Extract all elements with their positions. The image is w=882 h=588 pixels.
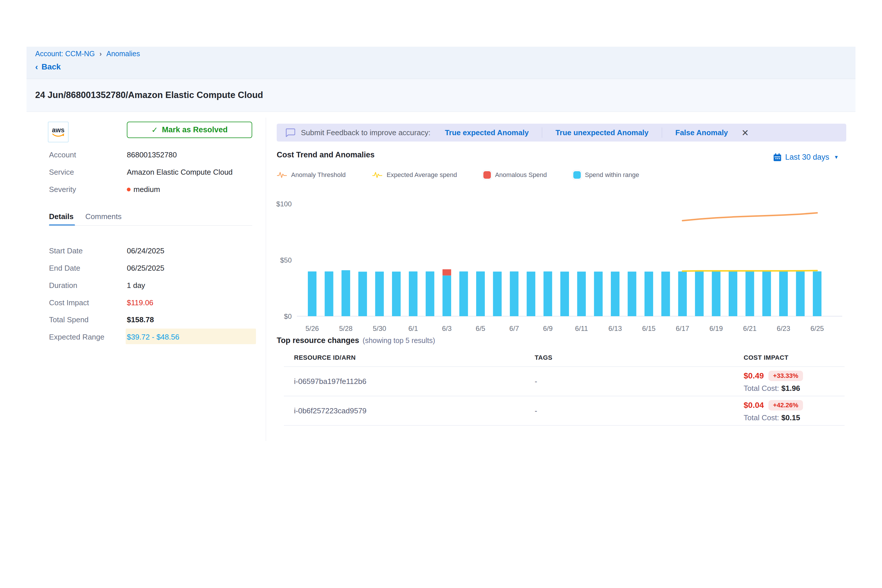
total-cost: Total Cost:$0.15 bbox=[744, 413, 800, 422]
bar-6/22[interactable] bbox=[762, 271, 771, 316]
bar-6/8[interactable] bbox=[526, 272, 535, 316]
resource-table-title-sub: (showing top 5 results) bbox=[363, 336, 435, 345]
bar-6/25[interactable] bbox=[813, 271, 822, 316]
resource-table-title: Top resource changes(showing top 5 resul… bbox=[277, 336, 435, 345]
y-axis-tick: $100 bbox=[276, 200, 292, 208]
mark-as-resolved-label: Mark as Resolved bbox=[162, 125, 228, 134]
bar-6/15[interactable] bbox=[645, 272, 653, 316]
resource-tags: - bbox=[535, 377, 537, 386]
bar-6/17[interactable] bbox=[678, 272, 687, 316]
bar-6/23[interactable] bbox=[779, 271, 788, 316]
calendar-icon bbox=[773, 153, 782, 162]
table-row[interactable]: i-0b6f257223cad9579 - $0.04 +42.26% Tota… bbox=[284, 396, 844, 425]
bar-6/3[interactable] bbox=[442, 276, 451, 316]
cost-impact-amount: $0.04 bbox=[744, 400, 764, 410]
bar-6/5[interactable] bbox=[476, 272, 485, 316]
chart-title: Cost Trend and Anomalies bbox=[277, 150, 375, 159]
bar-6/11[interactable] bbox=[577, 272, 586, 316]
legend-label: Anomaly Threshold bbox=[291, 171, 346, 179]
column-header-tags: TAGS bbox=[535, 354, 552, 362]
legend-label: Anomalous Spend bbox=[495, 171, 547, 179]
resource-table-title-main: Top resource changes bbox=[277, 336, 359, 345]
x-axis-tick: 5/30 bbox=[373, 324, 386, 332]
feedback-close-icon[interactable]: × bbox=[742, 127, 748, 138]
y-axis-tick: $50 bbox=[280, 256, 292, 264]
bar-6/21[interactable] bbox=[746, 271, 754, 316]
bar-6/6[interactable] bbox=[493, 272, 501, 316]
x-axis-tick: 6/7 bbox=[509, 324, 519, 332]
detail-label: Total Spend bbox=[49, 315, 127, 324]
bar-6/24[interactable] bbox=[796, 271, 805, 316]
bar-6/14[interactable] bbox=[628, 272, 636, 316]
bar-6/1[interactable] bbox=[409, 272, 417, 316]
resource-id: i-0b6f257223cad9579 bbox=[294, 406, 367, 416]
tab-divider bbox=[49, 225, 252, 226]
feedback-option-true-expected[interactable]: True expected Anomaly bbox=[445, 128, 529, 137]
table-row[interactable]: i-06597ba197fe112b6 - $0.49 +33.33% Tota… bbox=[284, 367, 844, 396]
title-band: 24 Jun/868001352780/Amazon Elastic Compu… bbox=[27, 79, 855, 112]
x-axis-tick: 6/9 bbox=[543, 324, 552, 332]
bar-5/29[interactable] bbox=[358, 272, 367, 316]
bar-6/19[interactable] bbox=[712, 272, 721, 316]
detail-row-total-spend: Total Spend$158.78 bbox=[49, 315, 262, 324]
x-axis-tick: 6/17 bbox=[676, 324, 689, 332]
feedback-separator bbox=[662, 128, 662, 138]
feedback-option-true-unexpected[interactable]: True unexpected Anomaly bbox=[555, 128, 648, 137]
detail-value: $119.06 bbox=[127, 298, 153, 307]
bar-6/12[interactable] bbox=[594, 272, 603, 316]
bar-6/16[interactable] bbox=[661, 272, 670, 316]
bar-6/13[interactable] bbox=[611, 272, 620, 316]
legend-label: Expected Average spend bbox=[387, 171, 457, 179]
expected-average-line bbox=[682, 271, 817, 271]
bar-6/2[interactable] bbox=[426, 272, 434, 316]
detail-value: 06/24/2025 bbox=[127, 246, 164, 255]
x-axis-tick: 5/26 bbox=[306, 324, 319, 332]
legend-square-icon bbox=[483, 171, 491, 179]
feedback-option-false-anomaly[interactable]: False Anomaly bbox=[675, 128, 728, 137]
tab-details[interactable]: Details bbox=[49, 212, 74, 221]
breadcrumb-account-link[interactable]: Account: CCM-NG bbox=[35, 50, 95, 58]
page-title: 24 Jun/868001352780/Amazon Elastic Compu… bbox=[35, 90, 263, 100]
anomalous-spend-segment-6/3[interactable] bbox=[442, 269, 451, 275]
x-axis-tick: 6/11 bbox=[575, 324, 588, 332]
breadcrumb: Account: CCM-NG › Anomalies bbox=[35, 50, 140, 58]
bar-6/18[interactable] bbox=[695, 272, 704, 316]
date-range-selector[interactable]: Last 30 days ▼ bbox=[773, 153, 839, 162]
breadcrumb-anomalies-link[interactable]: Anomalies bbox=[106, 50, 140, 58]
back-button[interactable]: ‹ Back bbox=[35, 62, 61, 72]
column-header-resource-id: RESOURCE ID/ARN bbox=[294, 354, 356, 362]
legend-line-icon bbox=[372, 171, 382, 179]
bar-5/31[interactable] bbox=[392, 272, 400, 316]
detail-label: End Date bbox=[49, 264, 127, 273]
cost-impact-cell: $0.04 +42.26% bbox=[744, 400, 803, 411]
tab-comments[interactable]: Comments bbox=[86, 212, 122, 221]
bar-6/4[interactable] bbox=[459, 272, 468, 316]
legend-item-anomaly-threshold: Anomaly Threshold bbox=[277, 171, 346, 179]
bar-5/26[interactable] bbox=[308, 272, 316, 316]
bar-6/20[interactable] bbox=[729, 272, 737, 316]
x-axis-tick: 6/25 bbox=[810, 324, 824, 332]
date-range-label: Last 30 days bbox=[785, 153, 829, 162]
detail-label: Expected Range bbox=[49, 333, 127, 342]
bar-6/7[interactable] bbox=[510, 272, 519, 316]
account-value: 868001352780 bbox=[127, 150, 177, 160]
resource-id: i-06597ba197fe112b6 bbox=[294, 377, 366, 386]
detail-row-start-date: Start Date06/24/2025 bbox=[49, 246, 262, 256]
detail-row-expected-range: Expected Range$39.72 - $48.56 bbox=[49, 332, 262, 342]
feedback-bubble-icon bbox=[285, 128, 295, 137]
detail-value: 06/25/2025 bbox=[127, 264, 164, 273]
bar-5/28[interactable] bbox=[342, 270, 350, 316]
legend-item-expected-average-spend: Expected Average spend bbox=[372, 171, 457, 179]
cost-impact-cell: $0.49 +33.33% bbox=[744, 370, 803, 381]
total-cost: Total Cost:$1.96 bbox=[744, 384, 800, 393]
detail-row-cost-impact: Cost Impact$119.06 bbox=[49, 298, 262, 308]
bar-6/9[interactable] bbox=[544, 272, 552, 316]
account-label: Account bbox=[49, 150, 127, 160]
bar-5/27[interactable] bbox=[324, 272, 333, 316]
mark-as-resolved-button[interactable]: ✓ Mark as Resolved bbox=[127, 122, 252, 138]
bar-6/10[interactable] bbox=[560, 272, 569, 316]
cost-impact-amount: $0.49 bbox=[744, 371, 764, 381]
x-axis-tick: 6/23 bbox=[777, 324, 790, 332]
bar-5/30[interactable] bbox=[375, 272, 384, 316]
severity-dot-icon bbox=[127, 188, 130, 191]
